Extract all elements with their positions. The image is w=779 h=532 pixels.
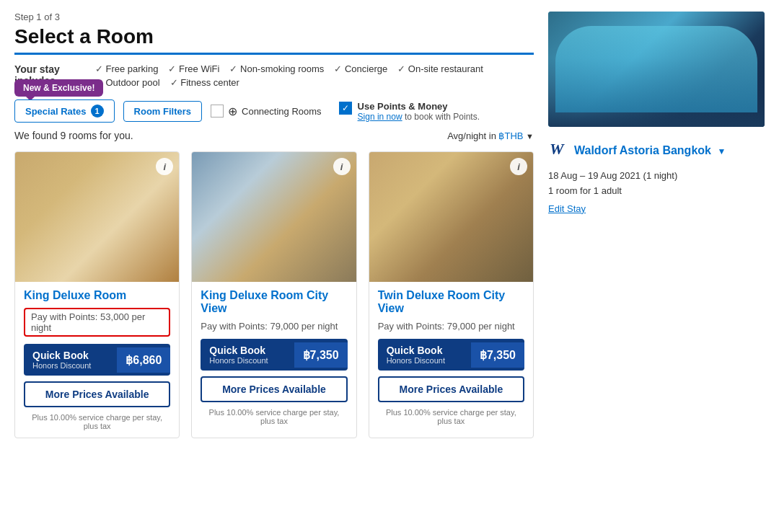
quick-book-left: Quick Book Honors Discount [24,344,100,376]
more-prices-button[interactable]: More Prices Available [201,376,347,402]
room-image-wrap: i [15,152,179,282]
connecting-rooms-wrap[interactable]: ⊕ Connecting Rooms [211,105,322,118]
filters-row: New & Exclusive! Special Rates 1 Room Fi… [14,99,534,123]
sign-in-link[interactable]: Sign in now [358,112,402,122]
quick-book-price: ฿7,350 [294,342,348,368]
special-rates-badge: 1 [91,105,104,118]
more-prices-button[interactable]: More Prices Available [378,376,524,402]
use-points-wrap: ✓ Use Points & Money Sign in now to book… [339,101,480,122]
edit-stay-link[interactable]: Edit Stay [548,203,586,214]
room-card: i Twin Deluxe Room City View Pay with Po… [369,151,534,438]
amenity-item: Free parking [95,63,159,74]
room-image [192,152,356,282]
quick-book-title: Quick Book [32,350,91,361]
room-filters-button[interactable]: Room Filters [123,101,202,122]
results-bar: We found 9 rooms for you. Avg/night in ฿… [14,130,534,141]
pay-points-highlighted: Pay with Points: 53,000 per night [24,308,170,337]
amenity-item: Concierge [334,63,387,74]
hotel-image-wrap [548,12,765,127]
service-charge: Plus 10.00% service charge per stay, plu… [201,408,347,425]
page-title: Select a Room [14,25,534,55]
pay-points: Pay with Points: 79,000 per night [201,321,347,332]
connecting-rooms-label: Connecting Rooms [242,106,322,117]
left-column: Step 1 of 3 Select a Room Your stay incl… [14,12,534,438]
hotel-dates: 18 Aug – 19 Aug 2021 (1 night) [548,169,765,184]
room-info-button[interactable]: i [510,158,527,175]
rooms-grid: i King Deluxe Room Pay with Points: 53,0… [14,151,534,438]
quick-book-button[interactable]: Quick Book Honors Discount ฿7,350 [201,339,347,371]
pay-points: Pay with Points: 79,000 per night [378,321,524,332]
new-exclusive-tag: New & Exclusive! [14,79,103,97]
svg-text:W: W [550,140,565,158]
use-points-checkbox[interactable]: ✓ [339,102,352,115]
room-card: i King Deluxe Room City View Pay with Po… [191,151,356,438]
quick-book-title: Quick Book [209,345,268,356]
connecting-rooms-checkbox[interactable] [211,105,224,118]
dropdown-icon[interactable]: ▼ [526,132,534,141]
connecting-icon: ⊕ [228,105,237,118]
special-rates-wrap: New & Exclusive! Special Rates 1 [14,99,115,123]
room-card-body: King Deluxe Room Pay with Points: 53,000… [15,282,179,438]
quick-book-price: ฿7,350 [471,342,524,368]
room-name[interactable]: King Deluxe Room [24,289,170,302]
quick-book-button[interactable]: Quick Book Honors Discount ฿6,860 [24,344,170,376]
page-wrapper: Step 1 of 3 Select a Room Your stay incl… [0,0,779,450]
amenity-item: Free WiFi [168,63,219,74]
quick-book-sub: Honors Discount [32,361,91,370]
special-rates-label: Special Rates [25,106,87,117]
waldorf-logo: W [548,138,568,163]
sign-in-suffix: to book with Points. [405,112,480,122]
main-layout: Step 1 of 3 Select a Room Your stay incl… [14,12,765,438]
hotel-room-info: 1 room for 1 adult [548,184,765,199]
hotel-name[interactable]: Waldorf Astoria Bangkok ▼ [574,144,726,157]
quick-book-button[interactable]: Quick Book Honors Discount ฿7,350 [378,339,524,371]
more-prices-button[interactable]: More Prices Available [24,381,170,407]
amenity-item: Non-smoking rooms [229,63,324,74]
service-charge: Plus 10.00% service charge per stay, plu… [24,413,170,430]
sign-in-sub: Sign in now to book with Points. [358,112,480,122]
amenity-item: On-site restaurant [397,63,483,74]
room-name[interactable]: Twin Deluxe Room City View [378,289,524,315]
use-points-text-wrap: Use Points & Money Sign in now to book w… [358,101,480,122]
quick-book-price: ฿6,860 [117,347,170,373]
special-rates-button[interactable]: Special Rates 1 [14,99,115,123]
room-card-body: King Deluxe Room City View Pay with Poin… [192,282,356,433]
step-label: Step 1 of 3 [14,12,534,22]
quick-book-title: Quick Book [387,345,445,356]
room-name[interactable]: King Deluxe Room City View [201,289,347,315]
quick-book-left: Quick Book Honors Discount [201,339,276,371]
pool-visual [555,26,757,112]
room-image-wrap: i [369,152,533,282]
currency-link[interactable]: ฿THB [498,130,523,141]
room-card: i King Deluxe Room Pay with Points: 53,0… [14,151,180,438]
quick-book-sub: Honors Discount [387,356,445,365]
avg-night: Avg/night in ฿THB ▼ [447,130,534,141]
hotel-dropdown-icon[interactable]: ▼ [717,146,726,156]
room-card-body: Twin Deluxe Room City View Pay with Poin… [369,282,533,433]
hotel-details: 18 Aug – 19 Aug 2021 (1 night) 1 room fo… [548,169,765,216]
results-count: We found 9 rooms for you. [14,130,133,141]
room-image [15,152,179,282]
use-points-label: Use Points & Money [358,101,480,112]
hotel-image-placeholder [548,12,765,127]
hotel-header: W Waldorf Astoria Bangkok ▼ [548,138,765,163]
right-column: W Waldorf Astoria Bangkok ▼ 18 Aug – 19 … [548,12,765,438]
amenity-item: Outdoor pool [95,77,160,88]
room-image-wrap: i [192,152,356,282]
quick-book-sub: Honors Discount [209,356,268,365]
amenity-item: Fitness center [170,77,239,88]
service-charge: Plus 10.00% service charge per stay, plu… [378,408,524,425]
room-image [369,152,533,282]
amenities-list: Free parkingFree WiFiNon-smoking roomsCo… [95,63,534,88]
room-info-button[interactable]: i [333,158,351,175]
quick-book-left: Quick Book Honors Discount [378,339,454,371]
